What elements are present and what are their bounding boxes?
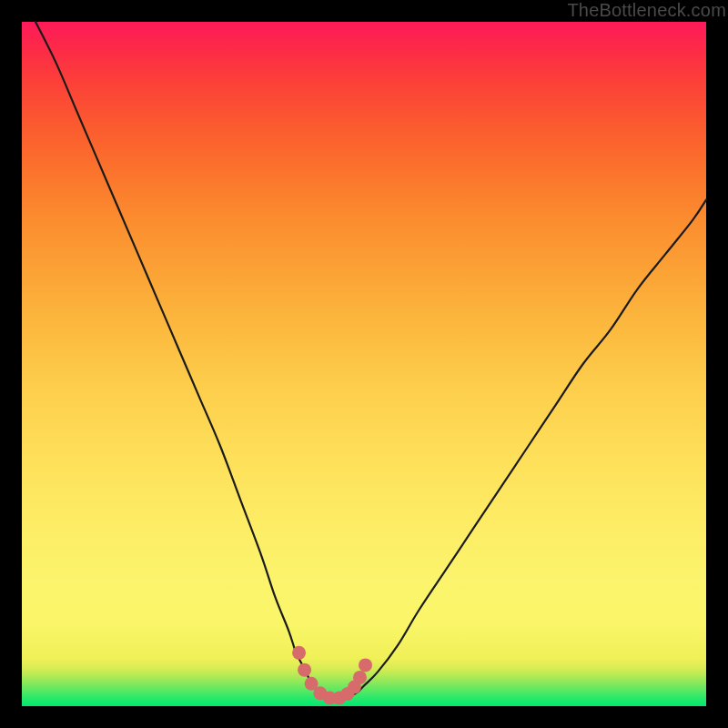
chart-frame: TheBottleneck.com <box>0 0 728 728</box>
optimal-zone-markers <box>292 646 372 705</box>
optimal-marker <box>292 646 306 660</box>
optimal-marker <box>359 658 372 672</box>
chart-svg <box>22 22 706 706</box>
chart-plot-area <box>22 22 706 706</box>
optimal-marker <box>353 671 367 684</box>
bottleneck-curve <box>35 22 706 700</box>
optimal-marker <box>298 663 311 677</box>
watermark-text: TheBottleneck.com <box>567 0 726 21</box>
